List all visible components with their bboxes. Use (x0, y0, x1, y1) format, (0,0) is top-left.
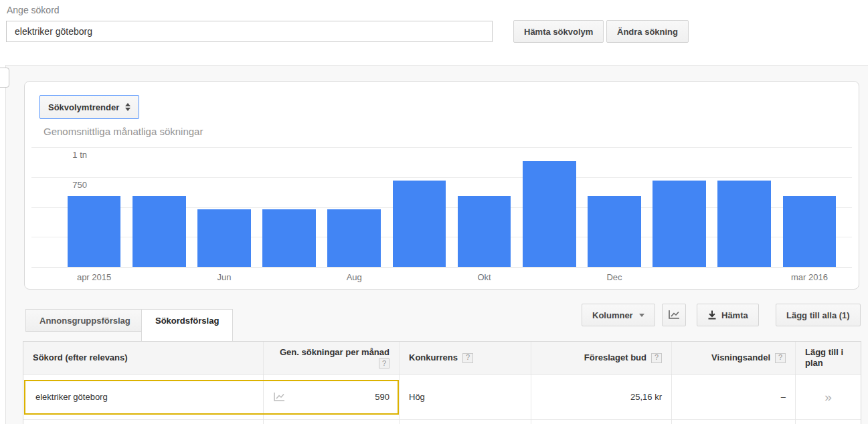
bar-slot: mar 2016 (777, 147, 842, 267)
header-competition: Konkurrens ? (399, 342, 531, 374)
caret-down-icon (639, 314, 644, 317)
bar (523, 161, 576, 267)
keyword-planner-page: Ange sökord Hämta sökvolym Ändra sökning… (0, 0, 868, 424)
header-suggested-bid: Föreslaget bud ? (531, 342, 671, 374)
chart-toggle-button[interactable] (662, 304, 686, 326)
row-impression-share: – (671, 375, 795, 419)
x-axis-tick-label: apr 2015 (77, 272, 111, 282)
bar (327, 209, 381, 267)
bar-slot: Aug (322, 147, 387, 267)
header-competition-label: Konkurrens (409, 352, 458, 363)
bar (262, 209, 316, 267)
bar (458, 196, 511, 267)
sort-arrows-icon (125, 103, 131, 111)
row-avg-monthly-value: 590 (375, 392, 389, 402)
x-axis-tick-label: Jun (217, 272, 231, 282)
header-suggested-bid-label: Föreslaget bud (584, 352, 646, 363)
trend-selector-dropdown[interactable]: Sökvolymtrender (39, 95, 139, 119)
bar-slot: apr 2015 (62, 147, 126, 267)
bar-slot: Jun (191, 147, 256, 267)
row-add-to-plan-cell: » (795, 375, 861, 419)
bar-slot (387, 147, 452, 267)
keyword-table: Sökord (efter relevans) Gen. sökningar p… (23, 341, 861, 424)
download-button[interactable]: Hämta (697, 304, 759, 326)
row-competition: Hög (399, 375, 531, 419)
header-add-to-plan: Lägg till i plan (795, 342, 861, 374)
x-axis-baseline (31, 267, 852, 268)
bar (68, 196, 121, 267)
download-button-label: Hämta (721, 310, 748, 320)
bar-slot: Dec (582, 147, 646, 267)
x-axis-tick-label: Okt (477, 272, 491, 282)
columns-button[interactable]: Kolumner (582, 304, 655, 326)
header-impression-share: Visningsandel ? (671, 342, 795, 374)
help-icon[interactable]: ? (775, 353, 786, 363)
chart-plot: 1 tn750500250apr 2015JunAugOktDecmar 201… (25, 147, 859, 268)
bar (717, 181, 771, 267)
bar-slot (257, 147, 322, 267)
bar-slot: Okt (452, 147, 517, 267)
table-row: elektriker göteborg 590 Hög 25,16 kr – » (23, 375, 861, 420)
bar (393, 181, 446, 267)
bar (783, 196, 837, 267)
tab-ad-group-ideas[interactable]: Annonsgruppsförslag (25, 309, 145, 332)
help-icon[interactable]: ? (651, 353, 662, 363)
edit-search-button[interactable]: Ändra sökning (606, 20, 689, 43)
bar-series: apr 2015JunAugOktDecmar 2016 (62, 147, 842, 267)
help-icon[interactable]: ? (379, 358, 389, 368)
keyword-search-input[interactable] (6, 21, 493, 42)
add-to-plan-chevron-icon[interactable]: » (824, 390, 832, 405)
help-icon[interactable]: ? (462, 353, 473, 363)
results-panel: Sökvolymtrender Genomsnittliga månatliga… (5, 65, 868, 424)
line-chart-icon[interactable] (273, 393, 285, 402)
header-keyword: Sökord (efter relevans) (23, 342, 263, 374)
search-label: Ange sökord (7, 5, 60, 15)
header-impression-share-label: Visningsandel (711, 352, 770, 363)
line-chart-icon (668, 310, 680, 320)
bar (653, 181, 706, 267)
row-keyword: elektriker göteborg (23, 375, 263, 419)
table-header-row: Sökord (efter relevans) Gen. sökningar p… (23, 342, 861, 375)
bar (197, 209, 251, 267)
panel-edge-fragment (0, 68, 9, 88)
trend-selector-label: Sökvolymtrender (48, 102, 119, 112)
chart-card: Sökvolymtrender Genomsnittliga månatliga… (24, 81, 859, 290)
chart-subtitle: Genomsnittliga månatliga sökningar (44, 126, 203, 137)
x-axis-tick-label: Dec (606, 272, 622, 282)
get-search-volume-button[interactable]: Hämta sökvolym (513, 20, 604, 43)
bar-slot (712, 147, 777, 267)
columns-button-label: Kolumner (592, 310, 633, 320)
header-avg-monthly-label: Gen. sökningar per månad (280, 347, 389, 358)
tab-keyword-ideas[interactable]: Sökordsförslag (141, 309, 233, 341)
bar-slot (126, 147, 191, 267)
bar (133, 196, 186, 267)
bar-slot (517, 147, 582, 267)
add-all-button[interactable]: Lägg till alla (1) (776, 304, 861, 326)
table-row-partial (23, 420, 861, 424)
row-suggested-bid: 25,16 kr (531, 375, 671, 419)
bar (588, 196, 641, 267)
download-icon (707, 310, 717, 320)
x-axis-tick-label: mar 2016 (791, 272, 828, 282)
bar-slot (647, 147, 712, 267)
header-avg-monthly-searches: Gen. sökningar per månad ? (263, 342, 399, 374)
row-avg-monthly-searches: 590 (263, 375, 399, 419)
x-axis-tick-label: Aug (347, 272, 362, 282)
